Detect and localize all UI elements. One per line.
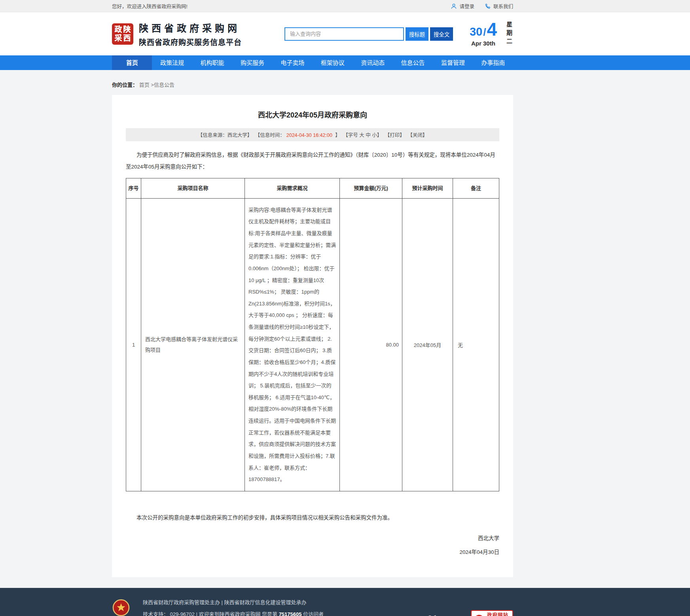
nav-item-policies[interactable]: 政策法规 — [152, 55, 192, 70]
breadcrumb-label: 你的位置： — [112, 82, 138, 88]
login-label: 请登录 — [459, 2, 474, 10]
cell-purchase-time: 2024年05月 — [402, 198, 453, 491]
welcome-text: 您好，欢迎进入陕西省政府采购网! — [112, 2, 188, 10]
footer-organizer-line: 陕西省财政厅政府采购管理处主办 | 陕西省财政厅信息化建设管理处承办 — [143, 597, 356, 608]
logo-char: 西 — [123, 34, 131, 43]
intro-paragraph: 为便于供应商及时了解政府采购信息，根据《财政部关于开展政府采购意向公开工作的通知… — [126, 149, 499, 173]
breadcrumb-separator: > — [150, 82, 154, 88]
meta-time-close: 】 — [334, 133, 340, 138]
footer-support-line: 技术支持： 029-96702 | 欢迎来到陕西省政府采购网 您是第 75175… — [143, 608, 356, 616]
logo-char: 政 — [114, 25, 123, 34]
nav-item-supervision[interactable]: 监督管理 — [433, 55, 473, 70]
meta-source: 【信息来源：西北大学】 — [198, 133, 252, 138]
signature-date: 2024年04月30日 — [126, 546, 499, 558]
article: 西北大学2024年05月政府采购意向 【信息来源：西北大学】 【信息时间：202… — [112, 95, 513, 577]
government-emblem-badge: 党政机关 — [112, 599, 130, 616]
meta-time-open: 【信息时间： — [255, 133, 285, 138]
footer-support-suffix: 位访问者 — [303, 611, 324, 616]
nav-item-functions[interactable]: 机构职能 — [192, 55, 232, 70]
cell-row-number: 1 — [126, 198, 141, 491]
table-row: 1 西北大学电感耦合等离子体发射光谱仪采购项目 采购内容:电感耦合等离子体发射光… — [126, 198, 499, 491]
search-bar: 搜标题 搜全文 — [284, 27, 453, 41]
nav-item-home[interactable]: 首页 — [112, 55, 152, 70]
sitemap-link[interactable]: 网站地图 — [426, 614, 462, 616]
page-title: 西北大学2024年05月政府采购意向 — [126, 109, 499, 119]
cell-note: 无 — [453, 198, 499, 491]
font-size-controls[interactable]: 【字号 大 中 小】 — [343, 133, 382, 138]
nav-item-framework[interactable]: 框架协议 — [313, 55, 353, 70]
article-meta-bar: 【信息来源：西北大学】 【信息时间：2024-04-30 16:42:00 】 … — [126, 128, 499, 141]
breadcrumb: 你的位置： 首页 >信息公告 — [112, 70, 513, 95]
site-name: 陕西省政府采购网 — [139, 21, 242, 34]
contact-label: 联系我们 — [493, 2, 513, 10]
meta-timestamp: 2024-04-30 16:42:00 — [286, 133, 332, 138]
cell-project-name: 西北大学电感耦合等离子体发射光谱仪采购项目 — [141, 198, 245, 491]
col-header-budget: 预算金额(万元) — [340, 178, 402, 198]
search-fulltext-button[interactable]: 搜全文 — [430, 27, 453, 41]
col-header-no: 序号 — [126, 178, 141, 198]
cell-demand: 采购内容:电感耦合等离子体发射光谱仪主机及配件耗材等；主要功能或目标:用于各类样… — [245, 198, 340, 491]
nav-item-announcements[interactable]: 信息公告 — [393, 55, 433, 70]
col-header-name: 采购项目名称 — [141, 178, 245, 198]
footer-support-prefix: 技术支持： 029-96702 | 欢迎来到陕西省政府采购网 您是第 — [143, 611, 277, 616]
site-subtitle: 陕西省政府购买服务信息平台 — [139, 36, 242, 47]
nav-item-news[interactable]: 资讯动态 — [353, 55, 392, 70]
table-header-row: 序号 采购项目名称 采购需求概况 预算金额(万元) 预计采购时间 备注 — [126, 178, 499, 198]
procurement-table: 序号 采购项目名称 采购需求概况 预算金额(万元) 预计采购时间 备注 1 西北… — [126, 178, 499, 491]
err-badge-line1: 政府网站 — [487, 612, 508, 616]
breadcrumb-current[interactable]: 信息公告 — [154, 82, 174, 88]
topbar: 您好，欢迎进入陕西省政府采购网! 请登录 联系我们 — [0, 0, 690, 12]
date-month: 4 — [487, 21, 497, 37]
brand: 政 陕 采 西 陕西省政府采购网 陕西省政府购买服务信息平台 — [112, 21, 242, 47]
col-header-time: 预计采购时间 — [402, 178, 453, 198]
magnifier-icon — [474, 614, 484, 616]
close-button[interactable]: 【关闭】 — [408, 133, 427, 138]
search-title-button[interactable]: 搜标题 — [406, 27, 428, 41]
phone-icon — [485, 3, 491, 9]
logo-char: 采 — [114, 34, 123, 43]
site-footer: 党政机关 陕西省财政厅政府采购管理处主办 | 陕西省财政厅信息化建设管理处承办 … — [0, 588, 690, 616]
date-slash: / — [483, 26, 486, 38]
col-header-note: 备注 — [453, 178, 499, 198]
site-header: 政 陕 采 西 陕西省政府采购网 陕西省政府购买服务信息平台 搜标题 搜全文 3… — [0, 12, 690, 55]
nav-item-e-mall[interactable]: 电子卖场 — [273, 55, 313, 70]
logo-char: 陕 — [123, 25, 131, 34]
print-button[interactable]: 【打印】 — [385, 133, 405, 138]
closing-paragraph: 本次公开的采购意向是本单位政府采购工作的初步安排，具体采购项目情况以相关采购公告… — [126, 512, 499, 524]
sitemap-icon — [426, 614, 437, 616]
signature-org: 西北大学 — [126, 533, 499, 544]
date-day: 30 — [470, 25, 482, 38]
main-nav: 首页 政策法规 机构职能 购买服务 电子卖场 框架协议 资讯动态 信息公告 监督… — [0, 55, 690, 70]
breadcrumb-home-link[interactable]: 首页 — [139, 82, 150, 88]
cell-budget: 80.00 — [340, 198, 402, 491]
user-icon — [451, 3, 457, 9]
find-error-badge[interactable]: 政府网站 找错 — [471, 610, 513, 616]
signature-block: 西北大学 2024年04月30日 — [126, 533, 499, 558]
site-logo[interactable]: 政 陕 采 西 — [112, 23, 133, 45]
login-link[interactable]: 请登录 — [451, 2, 474, 10]
date-english: Apr 30th — [470, 40, 497, 47]
weekday-label: 星期二 — [505, 21, 513, 46]
date-widget: 30 / 4 Apr 30th 星期二 — [470, 21, 513, 47]
nav-item-guide[interactable]: 办事指南 — [473, 55, 513, 70]
nav-item-purchase-service[interactable]: 购买服务 — [232, 55, 272, 70]
contact-link[interactable]: 联系我们 — [485, 2, 513, 10]
visitor-count: 75175605 — [279, 611, 302, 616]
col-header-demand: 采购需求概况 — [245, 178, 340, 198]
search-input[interactable] — [284, 27, 404, 41]
